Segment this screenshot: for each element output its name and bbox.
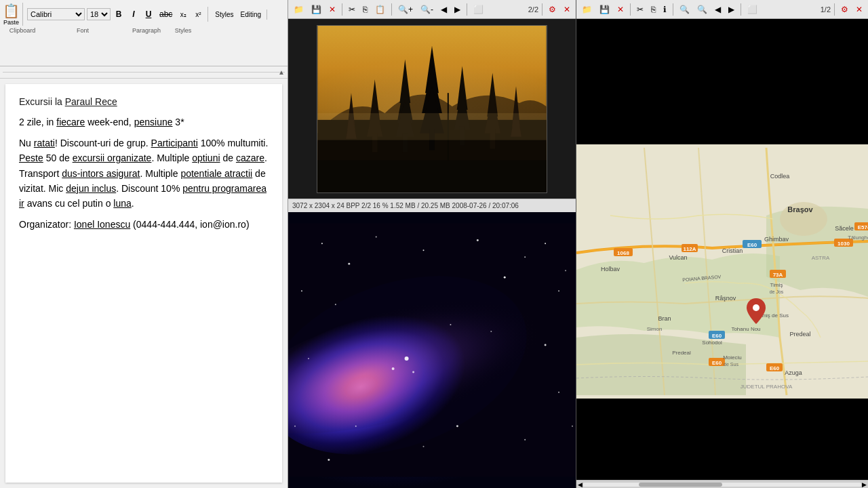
svg-text:1030: 1030: [837, 241, 850, 247]
image-viewer-panel: 📁 💾 ✕ ✂ ⎘ 📋 🔍+ 🔍- ◀ ▶ ⬜ 2/2 ⚙ ✕: [288, 0, 576, 488]
paste-button[interactable]: 📋 Paste: [3, 3, 20, 26]
doc-title-text: Excursii la: [19, 96, 65, 107]
img-settings-btn[interactable]: ⚙: [546, 3, 559, 16]
svg-rect-25: [317, 160, 546, 192]
superscript-button[interactable]: x²: [191, 10, 205, 19]
image-toolbar: 📁 💾 ✕ ✂ ⎘ 📋 🔍+ 🔍- ◀ ▶ ⬜ 2/2 ⚙ ✕: [288, 0, 576, 19]
browser-open-btn[interactable]: 📁: [579, 3, 595, 16]
strikethrough-button[interactable]: abc: [157, 9, 175, 20]
img-cut-btn[interactable]: ✂: [346, 3, 358, 16]
svg-point-34: [477, 239, 479, 241]
svg-rect-26: [317, 113, 546, 140]
svg-point-43: [545, 344, 547, 346]
map-svg: 1068 112A E60 1030 E574 73A E60 E60 E60: [576, 144, 868, 399]
img-next-btn[interactable]: ▶: [452, 3, 463, 16]
svg-text:73A: 73A: [773, 272, 783, 278]
map-container[interactable]: 1068 112A E60 1030 E574 73A E60 E60 E60: [576, 144, 868, 399]
subscript-button[interactable]: x₂: [176, 10, 190, 19]
img-open-btn[interactable]: 📁: [291, 3, 307, 16]
browser-zoomin-btn[interactable]: 🔍: [677, 3, 692, 16]
right-panel: 📁 💾 ✕ ✂ ⎘ ℹ 🔍 🔍 ◀ ▶ ⬜ 1/2 ⚙ ✕: [576, 0, 868, 488]
black-top-area: [576, 19, 868, 144]
browser-close-btn[interactable]: ✕: [614, 3, 627, 16]
ruler-toggle[interactable]: ▲: [278, 68, 285, 76]
scrollbar-thumb[interactable]: [639, 483, 722, 487]
svg-point-56: [456, 425, 458, 427]
svg-text:E60: E60: [712, 333, 722, 339]
browser-info-btn[interactable]: ℹ: [660, 3, 669, 16]
bottom-scrollbar[interactable]: ◀ ▶: [576, 480, 868, 488]
styles-section: Styles Editing: [212, 9, 267, 20]
bold-button[interactable]: B: [112, 9, 125, 20]
browser-fullscreen-btn[interactable]: ⬜: [745, 3, 760, 16]
brasov-label: Braşov: [787, 205, 813, 214]
font-label: Font: [42, 27, 123, 34]
browser-save-btn[interactable]: 💾: [597, 3, 612, 16]
doc-line3: Organizator: Ionel Ionescu (0444-444.444…: [19, 217, 269, 232]
svg-text:E60: E60: [770, 365, 780, 371]
svg-text:de Jos: de Jos: [770, 289, 784, 294]
svg-point-42: [308, 358, 309, 359]
rasnov-label: Râşnov: [715, 295, 736, 302]
font-size-select[interactable]: 18: [87, 8, 111, 20]
font-section: Calibri 18 B I U abc x₂ x²: [27, 7, 208, 22]
img-close2-btn[interactable]: ✕: [561, 3, 573, 16]
svg-point-30: [321, 243, 323, 244]
scrollbar-track[interactable]: [583, 482, 862, 487]
scroll-right-btn[interactable]: ▶: [862, 481, 867, 488]
browser-fwd-btn[interactable]: ▶: [726, 3, 737, 16]
img-save-btn[interactable]: 💾: [309, 3, 324, 16]
italic-button[interactable]: I: [127, 9, 140, 20]
img-close-btn[interactable]: ✕: [326, 3, 338, 16]
image-status-bar: 3072 x 2304 x 24 BPP 2/2 16 % 1.52 MB / …: [288, 199, 576, 212]
bran-label: Bran: [658, 315, 671, 322]
styles-label: Styles: [170, 27, 197, 34]
svg-point-49: [405, 357, 409, 361]
browser-cut-btn[interactable]: ✂: [634, 3, 646, 16]
word-ribbon: 📋 Paste Calibri 18: [0, 0, 288, 66]
styles-button[interactable]: Styles: [212, 9, 236, 20]
browser-settings-btn[interactable]: ⚙: [838, 3, 851, 16]
svg-text:Moieciu: Moieciu: [723, 354, 742, 361]
black-bottom-area: [576, 399, 868, 480]
codlea-label: Codlea: [770, 173, 790, 180]
svg-text:1068: 1068: [617, 250, 629, 256]
word-document: Excursii la Paraul Rece 2 zile, in fieca…: [5, 84, 282, 483]
svg-point-48: [294, 426, 296, 427]
font-row: Calibri 18: [27, 7, 111, 22]
img-counter: 2/2: [528, 5, 538, 14]
doc-title: Excursii la Paraul Rece: [19, 94, 269, 109]
svg-point-45: [572, 426, 573, 427]
editing-button[interactable]: Editing: [238, 9, 264, 20]
font-name-select[interactable]: Calibri: [27, 8, 85, 20]
browser-close2-btn[interactable]: ✕: [853, 3, 865, 16]
img-prev-btn[interactable]: ◀: [438, 3, 450, 16]
svg-text:JUDETUL PRAHOVA: JUDETUL PRAHOVA: [741, 384, 793, 390]
ghimbav-label: Ghimbav: [764, 236, 789, 243]
svg-point-51: [412, 371, 414, 373]
img-zoom-in-btn[interactable]: 🔍+: [395, 3, 416, 16]
ribbon-row1: 📋 Paste Calibri 18: [3, 1, 285, 27]
browser-copy-btn[interactable]: ⎘: [648, 3, 658, 16]
forest-svg: [317, 26, 547, 192]
browser-zoomout-btn[interactable]: 🔍: [694, 3, 710, 16]
svg-text:E60: E60: [747, 242, 757, 248]
svg-text:Timiş: Timiş: [770, 282, 783, 288]
browser-toolbar: 📁 💾 ✕ ✂ ⎘ ℹ 🔍 🔍 ◀ ▶ ⬜ 1/2 ⚙ ✕: [576, 0, 868, 19]
svg-text:Tâlunghe: Tâlunghe: [848, 235, 868, 241]
img-paste-btn[interactable]: 📋: [372, 3, 388, 16]
svg-point-38: [301, 290, 302, 291]
svg-point-50: [392, 367, 395, 370]
img-copy-btn[interactable]: ⎘: [360, 3, 370, 16]
img-fullscreen-btn[interactable]: ⬜: [471, 3, 486, 16]
svg-text:ASTRA: ASTRA: [812, 255, 830, 261]
underline-button[interactable]: U: [142, 9, 155, 20]
svg-point-55: [423, 446, 425, 447]
img-zoom-out-btn[interactable]: 🔍-: [418, 3, 436, 16]
ruler: ▲: [0, 66, 288, 79]
svg-point-46: [524, 439, 526, 441]
browser-back-btn[interactable]: ◀: [712, 3, 724, 16]
forest-image: [317, 25, 547, 193]
svg-point-52: [450, 324, 451, 325]
scroll-left-btn[interactable]: ◀: [578, 481, 583, 488]
